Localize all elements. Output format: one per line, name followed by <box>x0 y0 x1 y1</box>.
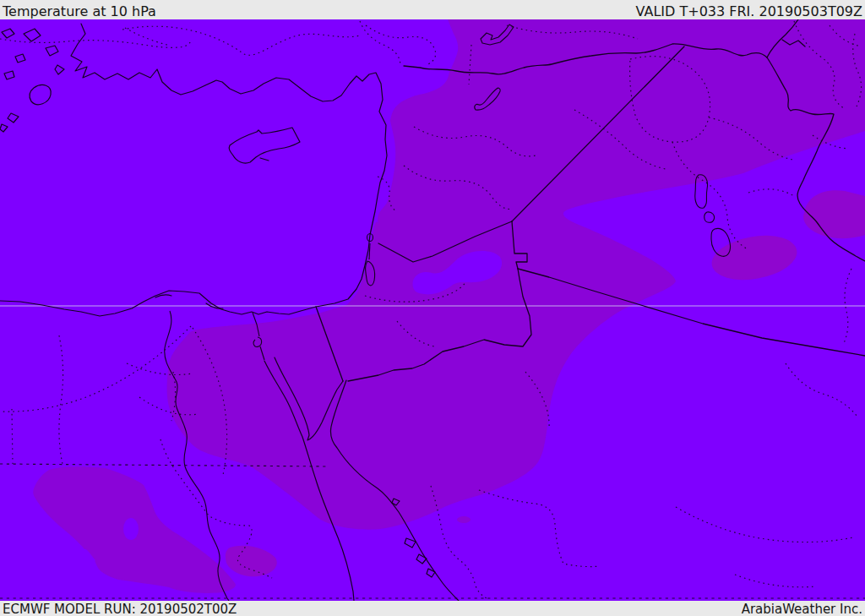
temperature-fill-layer <box>0 19 865 601</box>
temperature-map-canvas <box>0 19 865 601</box>
temp-blip-small <box>457 516 471 523</box>
title-bar: Temperature at 10 hPa VALID T+033 FRI. 2… <box>0 0 865 19</box>
temp-hole-southwest-blob <box>123 518 139 540</box>
valid-time-label: VALID T+033 FRI. 20190503T09Z <box>636 4 862 19</box>
brand-label: ArabiaWeather Inc. <box>742 602 862 616</box>
weather-map <box>0 19 865 601</box>
footer-bar: ECMWF MODEL RUN: 20190502T00Z ArabiaWeat… <box>0 601 865 616</box>
model-run-label: ECMWF MODEL RUN: 20190502T00Z <box>3 602 237 616</box>
map-title: Temperature at 10 hPa <box>3 4 156 19</box>
